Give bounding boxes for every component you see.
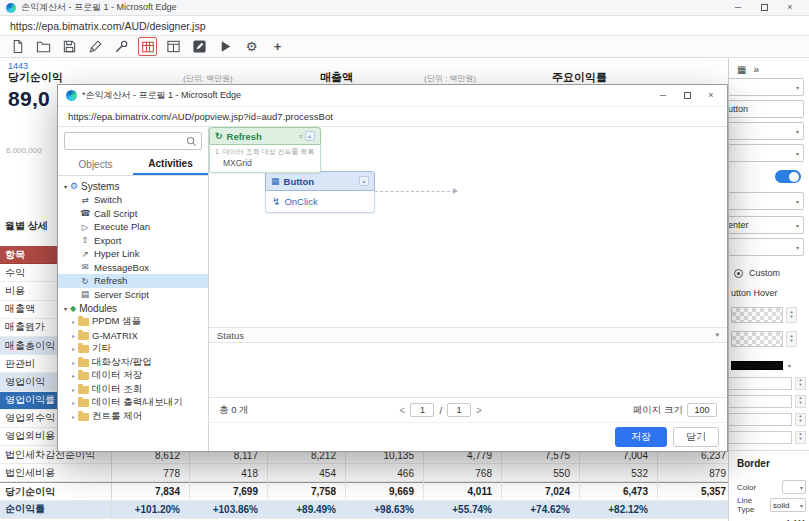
tree-item-icon: ☎	[80, 208, 90, 218]
stepper[interactable]: ▲▼	[786, 307, 797, 323]
tree-folder[interactable]: ▸ 데이터 출력/내보내기	[58, 396, 208, 410]
transparent-color-swatch[interactable]	[731, 331, 783, 347]
property-dropdown[interactable]: ▾	[728, 144, 804, 162]
page-size-input[interactable]: 100	[687, 403, 717, 417]
stepper[interactable]: ▲▼	[795, 377, 806, 390]
flow-canvas[interactable]: ▦ Button ▴ ↯ OnClick ↻	[209, 127, 727, 327]
custom-radio[interactable]	[734, 269, 743, 278]
save-button[interactable]: 저장	[615, 427, 667, 447]
panel-grid-icon[interactable]: ▦	[737, 64, 746, 75]
color-dropdown[interactable]: ▾	[782, 480, 806, 494]
refresh-node-body[interactable]: 1. 데이터 조회 대상 컨트롤 목록 MXGrid	[209, 145, 321, 173]
tree-folder[interactable]: ▸ 데이터 저장	[58, 369, 208, 383]
table-cell: 7,699	[190, 483, 268, 501]
group-label: Systems	[81, 181, 119, 192]
collapse-arrow-icon: ▾	[64, 183, 67, 190]
search-input[interactable]	[64, 132, 202, 150]
maximize-icon[interactable]	[675, 85, 699, 106]
row-label: 법인세비용	[0, 464, 112, 481]
property-dropdown[interactable]: ▾	[728, 78, 804, 96]
tree-folder[interactable]: ▸ PPDM 샘플	[58, 315, 208, 329]
tree-group-modules[interactable]: ▾ ◆ Modules	[58, 301, 208, 315]
stepper[interactable]: ▲▼	[795, 413, 806, 426]
property-dropdown[interactable]: ▾	[728, 122, 804, 140]
menu-icon[interactable]: ≡	[298, 133, 302, 140]
tree-item[interactable]: ▷ Execute Plan	[58, 220, 208, 234]
table-cell: +74.62%	[502, 501, 580, 519]
name-input[interactable]: utton	[728, 100, 804, 118]
transparent-color-swatch[interactable]	[731, 307, 783, 323]
prev-page-icon[interactable]: <	[400, 405, 406, 416]
chevron-down-icon: ▾	[715, 331, 719, 339]
align-dropdown[interactable]: enter▾	[728, 216, 804, 234]
number-input[interactable]	[728, 377, 792, 390]
close-icon[interactable]: ×	[699, 85, 723, 106]
tree-item[interactable]: ⇄ Switch	[58, 193, 208, 207]
tree-item-label: Switch	[94, 194, 122, 205]
stepper[interactable]: ▲▼	[786, 331, 797, 347]
popup-url-bar[interactable]: https://epa.bimatrix.com/AUD/popview.jsp…	[58, 107, 727, 127]
status-section-header[interactable]: Status ▾	[209, 327, 727, 343]
property-dropdown[interactable]: ▾	[728, 238, 804, 256]
collapse-arrow-icon: ▾	[64, 305, 67, 312]
property-dropdown[interactable]: ▾	[728, 192, 804, 210]
tree-folder-label: 데이터 저장	[92, 369, 142, 382]
tree-item[interactable]: ↻ Refresh	[58, 274, 208, 288]
tree-folder[interactable]: ▸ G-MATRIX	[58, 329, 208, 343]
tree-folder[interactable]: ▸ 데이터 조회	[58, 383, 208, 397]
tree-folder[interactable]: ▸ 기타	[58, 342, 208, 356]
close-button[interactable]: 닫기	[673, 427, 719, 447]
tree-folder[interactable]: ▸ 컨트롤 제어	[58, 410, 208, 424]
minimize-icon[interactable]: ─	[651, 85, 675, 106]
folder-icon	[78, 372, 89, 380]
number-input[interactable]	[728, 395, 792, 408]
button-node-body[interactable]: ↯ OnClick	[265, 191, 375, 213]
table-cell: 7,758	[268, 483, 346, 501]
table-cell: +55.74%	[424, 501, 502, 519]
screen: 손익계산서 - 프로필 1 - Microsoft Edge ─ × https…	[0, 0, 809, 521]
stepper[interactable]: ▲▼	[795, 431, 806, 444]
page-input[interactable]: 1	[410, 403, 434, 417]
tree-item[interactable]: ☎ Call Script	[58, 207, 208, 221]
number-input[interactable]	[728, 413, 792, 426]
chevron-down-icon: ▾	[796, 198, 799, 205]
lightning-icon: ↯	[272, 196, 280, 207]
tree-item[interactable]: ✉ MessageBox	[58, 261, 208, 275]
folder-icon	[78, 359, 89, 367]
folder-icon	[78, 345, 89, 353]
tree-group-systems[interactable]: ▾ ⚙ Systems	[58, 179, 208, 193]
number-input[interactable]	[728, 431, 792, 444]
button-node-header[interactable]: ▦ Button ▴	[265, 171, 375, 191]
toggle-switch[interactable]	[775, 170, 801, 183]
tab-objects[interactable]: Objects	[58, 154, 133, 175]
button-node[interactable]: ▦ Button ▴ ↯ OnClick	[265, 171, 375, 213]
table-cell: 550	[502, 464, 580, 482]
chevron-down-icon[interactable]: ▾	[788, 362, 791, 369]
modules-icon: ◆	[70, 304, 76, 313]
refresh-node-header[interactable]: ↻ Refresh ≡ ▴	[209, 127, 321, 145]
status-section-body	[209, 343, 727, 397]
expand-arrow-icon: ▸	[72, 413, 75, 420]
tree-item[interactable]: ▤ Server Script	[58, 288, 208, 302]
tree-folder[interactable]: ▸ 대화상자/팝업	[58, 356, 208, 370]
tree-item-icon: ▷	[80, 222, 90, 232]
hover-section-label: utton Hover	[729, 288, 809, 306]
popup-title: *손익계산서 - 프로필 1 - Microsoft Edge	[82, 89, 241, 102]
tree-item-label: Export	[94, 235, 121, 246]
next-page-icon[interactable]: >	[476, 405, 482, 416]
collapse-node-icon[interactable]: ▴	[359, 176, 369, 186]
stepper[interactable]: ▲▼	[795, 395, 806, 408]
black-color-swatch[interactable]	[731, 361, 783, 370]
refresh-node-target: MXGrid	[215, 158, 252, 168]
line-type-dropdown[interactable]: solid ▾	[770, 498, 806, 512]
color-label: Color	[737, 483, 756, 492]
kpi-value: 89,0	[8, 87, 50, 111]
refresh-node[interactable]: ↻ Refresh ≡ ▴ 1. 데이터 조회 대상 컨트롤 목록 MXGrid	[209, 127, 321, 173]
chevron-down-icon: ▾	[796, 128, 799, 135]
tab-activities[interactable]: Activities	[133, 154, 208, 175]
table-cell: 454	[268, 464, 346, 482]
tree-item[interactable]: ⇧ Export	[58, 234, 208, 248]
panel-expand-icon[interactable]: »	[753, 64, 759, 75]
collapse-node-icon[interactable]: ▴	[305, 131, 315, 141]
tree-item[interactable]: ↗ Hyper Link	[58, 247, 208, 261]
